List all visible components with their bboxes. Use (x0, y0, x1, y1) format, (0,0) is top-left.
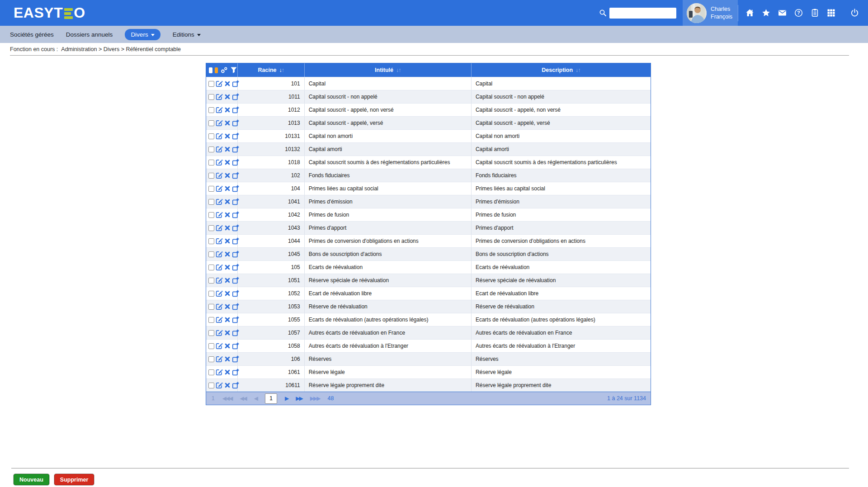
edit-icon[interactable] (216, 211, 223, 218)
pager-current-page-input[interactable] (265, 393, 277, 404)
delete-x-icon[interactable] (224, 264, 231, 270)
power-icon[interactable] (850, 9, 859, 17)
pager-last-page-number[interactable]: 48 (327, 395, 334, 402)
select-all-square-icon[interactable] (209, 67, 212, 73)
row-checkbox[interactable] (208, 291, 214, 297)
delete-x-icon[interactable] (224, 199, 231, 205)
row-checkbox[interactable] (208, 212, 214, 218)
edit-icon[interactable] (216, 224, 223, 232)
row-checkbox[interactable] (208, 304, 214, 310)
edit-icon[interactable] (216, 264, 223, 271)
help-question-icon[interactable]: ? (794, 9, 803, 17)
pager-rewind2-icon[interactable]: ◀◀ (240, 395, 246, 402)
delete-x-icon[interactable] (224, 238, 231, 244)
column-header-racine[interactable]: Racine ↓↑ (238, 63, 305, 77)
edit-icon[interactable] (216, 185, 223, 192)
delete-x-icon[interactable] (224, 290, 231, 297)
search-input[interactable] (609, 8, 676, 19)
pager-prev-icon[interactable]: ◀ (254, 395, 257, 402)
edit-icon[interactable] (216, 369, 223, 376)
favorites-star-icon[interactable] (762, 9, 770, 17)
row-checkbox[interactable] (208, 199, 214, 205)
edit-icon[interactable] (216, 80, 223, 87)
apps-grid-icon[interactable] (827, 9, 835, 17)
row-checkbox[interactable] (208, 265, 214, 270)
nav-item-societes-gerees[interactable]: Sociétés gérées (10, 31, 54, 38)
row-checkbox[interactable] (208, 225, 214, 231)
edit-icon[interactable] (216, 316, 223, 323)
edit-icon[interactable] (216, 382, 223, 389)
delete-x-icon[interactable] (224, 277, 231, 284)
pager-rewind3-icon[interactable]: ◀◀◀ (222, 395, 232, 402)
row-checkbox[interactable] (208, 94, 214, 100)
edit-icon[interactable] (216, 251, 223, 258)
row-checkbox[interactable] (208, 173, 214, 179)
delete-x-icon[interactable] (224, 120, 231, 126)
delete-x-icon[interactable] (224, 356, 231, 362)
row-checkbox[interactable] (208, 330, 214, 336)
row-checkbox[interactable] (208, 81, 214, 87)
nav-item-dossiers-annuels[interactable]: Dossiers annuels (66, 31, 113, 38)
row-checkbox[interactable] (208, 343, 214, 349)
edit-icon[interactable] (216, 119, 223, 127)
edit-icon[interactable] (216, 132, 223, 140)
row-checkbox[interactable] (208, 251, 214, 257)
edit-icon[interactable] (216, 93, 223, 100)
row-checkbox[interactable] (208, 186, 214, 192)
settings-gears-icon[interactable] (220, 66, 228, 74)
delete-button[interactable]: Supprimer (54, 474, 94, 485)
edit-icon[interactable] (216, 172, 223, 179)
edit-icon[interactable] (216, 329, 223, 336)
delete-x-icon[interactable] (224, 146, 231, 152)
pager-first-page-number[interactable]: 1 (212, 395, 215, 402)
edit-icon[interactable] (216, 146, 223, 153)
delete-x-icon[interactable] (224, 133, 231, 139)
pager-next-icon[interactable]: ▶ (285, 395, 288, 402)
row-checkbox[interactable] (208, 317, 214, 323)
edit-icon[interactable] (216, 355, 223, 363)
messages-envelope-icon[interactable] (778, 9, 787, 17)
nav-item-editions[interactable]: Editions (173, 31, 201, 38)
row-checkbox[interactable] (208, 160, 214, 165)
delete-x-icon[interactable] (224, 330, 231, 336)
delete-x-icon[interactable] (224, 251, 231, 257)
avatar[interactable] (687, 3, 707, 23)
row-checkbox[interactable] (208, 107, 214, 113)
edit-icon[interactable] (216, 106, 223, 113)
delete-x-icon[interactable] (224, 94, 231, 100)
app-logo[interactable]: EASYT O (14, 5, 85, 21)
edit-icon[interactable] (216, 237, 223, 245)
row-checkbox[interactable] (208, 120, 214, 126)
row-checkbox[interactable] (208, 356, 214, 362)
row-checkbox[interactable] (208, 147, 214, 152)
edit-icon[interactable] (216, 303, 223, 310)
delete-x-icon[interactable] (224, 80, 231, 87)
row-checkbox[interactable] (208, 278, 214, 284)
delete-x-icon[interactable] (224, 172, 231, 179)
user-panel[interactable]: Charles François (683, 0, 738, 26)
delete-x-icon[interactable] (224, 159, 231, 165)
new-button[interactable]: Nouveau (14, 474, 49, 485)
delete-x-icon[interactable] (224, 369, 231, 375)
delete-x-icon[interactable] (224, 212, 231, 218)
column-header-intitule[interactable]: Intitulé ↓↑ (305, 63, 472, 77)
edit-icon[interactable] (216, 290, 223, 297)
edit-icon[interactable] (216, 277, 223, 284)
edit-icon[interactable] (216, 342, 223, 350)
row-checkbox[interactable] (208, 133, 214, 139)
orange-marker-square-icon[interactable] (215, 67, 218, 73)
delete-x-icon[interactable] (224, 317, 231, 323)
delete-x-icon[interactable] (224, 225, 231, 231)
edit-icon[interactable] (216, 159, 223, 166)
filter-funnel-icon[interactable] (230, 66, 237, 74)
edit-icon[interactable] (216, 198, 223, 205)
home-icon[interactable] (745, 9, 754, 17)
notes-clipboard-icon[interactable] (811, 9, 819, 17)
row-checkbox[interactable] (208, 238, 214, 244)
pager-forward3-icon[interactable]: ▶▶▶ (310, 395, 320, 402)
row-checkbox[interactable] (208, 369, 214, 375)
delete-x-icon[interactable] (224, 185, 231, 192)
delete-x-icon[interactable] (224, 107, 231, 113)
row-checkbox[interactable] (208, 383, 214, 388)
nav-item-divers[interactable]: Divers (125, 29, 160, 40)
